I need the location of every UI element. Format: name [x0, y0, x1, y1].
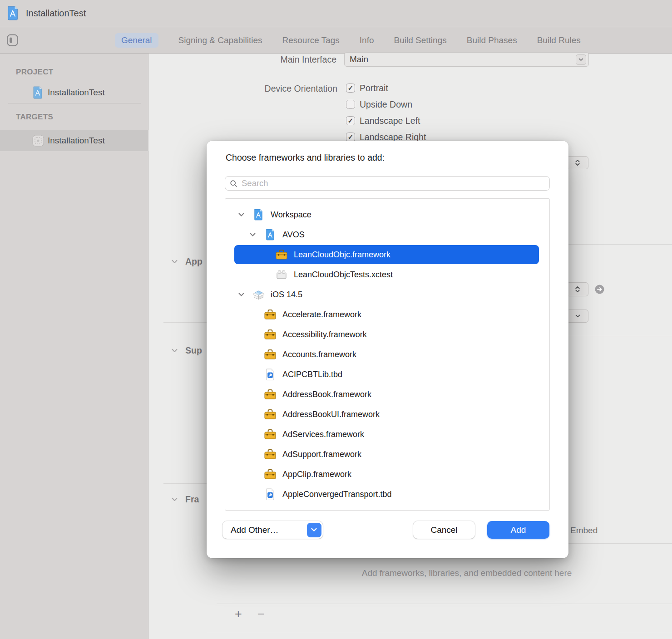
framework-icon	[263, 409, 277, 420]
table-bottom-divider	[217, 604, 672, 604]
tree-item-adsupport-framework[interactable]: AdSupport.framework	[225, 444, 549, 464]
add-other-dropdown-chevron-icon[interactable]	[307, 523, 321, 537]
checkbox-landscape-right[interactable]: ✓	[346, 133, 355, 142]
tree-item-label: iOS 14.5	[271, 290, 302, 300]
sidebar-divider	[8, 103, 141, 103]
tree-item-avos[interactable]: AVOS	[225, 225, 549, 245]
search-icon	[230, 180, 237, 187]
tree-item-label: LeanCloudObjc.framework	[294, 250, 390, 260]
tree-item-label: AddressBook.framework	[282, 390, 371, 399]
framework-icon	[263, 349, 277, 360]
popup-stepper[interactable]	[567, 156, 588, 169]
tree-item-label: ACIPCBTLib.tbd	[282, 370, 342, 379]
search-input[interactable]	[242, 178, 549, 188]
tree-item-workspace[interactable]: Workspace	[225, 205, 549, 225]
tab-bar-items: GeneralSigning & CapabilitiesResource Ta…	[115, 27, 581, 53]
tree-item-acipcbtlib-tbd[interactable]: ACIPCBTLib.tbd	[225, 364, 549, 384]
framework-icon	[263, 449, 277, 460]
app-target-icon	[32, 134, 44, 147]
table-header-divider	[568, 543, 672, 544]
framework-icon	[263, 469, 277, 480]
project-section-header: PROJECT	[16, 68, 53, 77]
checkbox-landscape-left[interactable]: ✓	[346, 116, 355, 125]
xctest-icon	[275, 270, 288, 280]
tree-item-label: AdServices.framework	[282, 430, 364, 439]
project-item-label: InstallationTest	[48, 88, 105, 98]
section-app-header[interactable]: App	[172, 256, 203, 267]
tree-item-accelerate-framework[interactable]: Accelerate.framework	[225, 305, 549, 324]
xcode-project-icon	[32, 86, 44, 99]
tab-build-rules[interactable]: Build Rules	[537, 35, 581, 45]
framework-tree: WorkspaceAVOSLeanCloudObjc.frameworkLean…	[225, 198, 550, 511]
add-framework-button[interactable]: +	[235, 608, 242, 620]
section-divider	[163, 322, 207, 323]
remove-framework-button[interactable]: −	[257, 608, 265, 620]
sidebar-toggle-icon[interactable]	[7, 34, 18, 46]
tree-item-appleconvergedtransport-tbd[interactable]: AppleConvergedTransport.tbd	[225, 484, 549, 504]
section-divider	[163, 483, 207, 484]
tab-signing-capabilities[interactable]: Signing & Capabilities	[178, 35, 262, 45]
tbd-icon	[263, 369, 277, 380]
frameworks-empty-hint: Add frameworks, libraries, and embedded …	[272, 568, 661, 578]
sidebar-item-project[interactable]: InstallationTest	[0, 82, 148, 103]
tree-item-accounts-framework[interactable]: Accounts.framework	[225, 344, 549, 364]
tree-item-ios-14-5[interactable]: iOS 14.5	[225, 285, 549, 305]
checkbox-label: Upside Down	[360, 99, 412, 110]
framework-icon	[263, 309, 277, 320]
choose-frameworks-dialog: Choose frameworks and libraries to add: …	[207, 141, 568, 558]
detail-arrow-icon[interactable]	[595, 285, 604, 294]
tree-item-label: AppleConvergedTransport.tbd	[282, 490, 391, 499]
tree-item-label: AddressBookUI.framework	[282, 410, 380, 419]
tab-resource-tags[interactable]: Resource Tags	[282, 35, 339, 45]
search-field[interactable]	[225, 176, 550, 191]
tree-item-label: AdSupport.framework	[282, 450, 361, 459]
target-item-label: InstallationTest	[48, 136, 105, 146]
tree-item-label: Accelerate.framework	[282, 310, 361, 320]
sidebar-item-target[interactable]: InstallationTest	[0, 130, 148, 151]
orientation-checkboxes: ✓PortraitUpside Down✓Landscape Left✓Land…	[346, 84, 426, 142]
tree-item-label: AppClip.framework	[282, 470, 351, 479]
window-titlebar: InstallationTest	[0, 0, 672, 27]
tbd-icon	[263, 488, 277, 500]
chevron-down-icon[interactable]	[576, 54, 586, 65]
disclosure-chevron-icon[interactable]	[238, 293, 244, 297]
targets-section-header: TARGETS	[16, 113, 53, 122]
checkbox-upside-down[interactable]	[346, 100, 355, 109]
tree-item-accessibility-framework[interactable]: Accessibility.framework	[225, 324, 549, 344]
section-frameworks-header[interactable]: Fra	[172, 494, 199, 505]
disclosure-chevron-icon[interactable]	[238, 213, 244, 217]
main-interface-popup[interactable]: Main	[344, 52, 589, 67]
xcode-project-icon	[252, 209, 265, 221]
framework-icon	[263, 429, 277, 440]
dialog-title: Choose frameworks and libraries to add:	[226, 152, 385, 163]
tab-general[interactable]: General	[115, 33, 158, 48]
tree-item-label: LeanCloudObjcTests.xctest	[294, 270, 393, 280]
add-button[interactable]: Add	[487, 521, 549, 539]
chevron-down-icon	[172, 260, 178, 264]
cancel-button[interactable]: Cancel	[413, 521, 475, 539]
main-interface-value: Main	[350, 54, 368, 64]
popup-stepper[interactable]	[567, 282, 588, 296]
tree-item-leancloudobjc-framework[interactable]: LeanCloudObjc.framework	[225, 245, 549, 265]
window-title: InstallationTest	[26, 8, 86, 19]
section-divider	[568, 244, 672, 245]
tree-item-leancloudobjctests-xctest[interactable]: LeanCloudObjcTests.xctest	[225, 265, 549, 285]
framework-icon	[263, 389, 277, 400]
add-other-button[interactable]: Add Other…	[222, 521, 323, 539]
section-divider	[207, 632, 672, 632]
tree-item-adservices-framework[interactable]: AdServices.framework	[225, 424, 549, 444]
tab-build-settings[interactable]: Build Settings	[394, 35, 447, 45]
dropdown-chevron[interactable]	[567, 310, 588, 323]
main-interface-label: Main Interface	[200, 54, 336, 65]
section-divider	[568, 336, 672, 336]
tree-item-appclip-framework[interactable]: AppClip.framework	[225, 464, 549, 484]
tree-item-addressbookui-framework[interactable]: AddressBookUI.framework	[225, 404, 549, 424]
tab-build-phases[interactable]: Build Phases	[467, 35, 517, 45]
disclosure-chevron-icon[interactable]	[250, 233, 256, 237]
section-supported-header[interactable]: Sup	[172, 345, 202, 356]
tree-item-label: Accessibility.framework	[282, 330, 367, 339]
tree-item-addressbook-framework[interactable]: AddressBook.framework	[225, 384, 549, 404]
chevron-down-icon	[172, 349, 178, 353]
tab-info[interactable]: Info	[360, 35, 374, 45]
checkbox-portrait[interactable]: ✓	[346, 84, 355, 93]
